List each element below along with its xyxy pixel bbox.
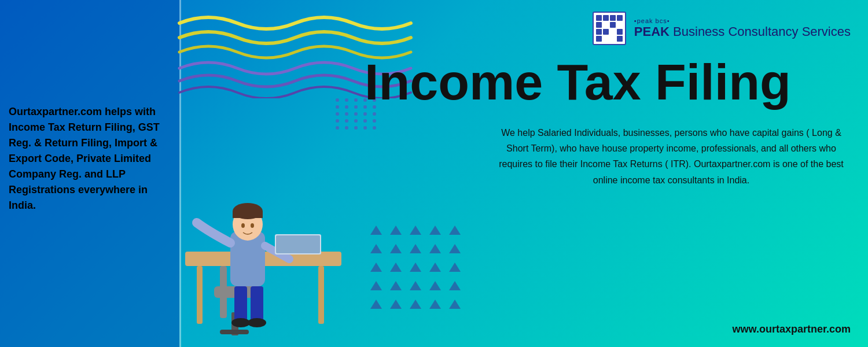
banner: Ourtaxpartner.com helps with Income Tax … bbox=[0, 0, 868, 347]
svg-rect-4 bbox=[220, 330, 249, 334]
left-panel: Ourtaxpartner.com helps with Income Tax … bbox=[0, 0, 179, 347]
svg-rect-14 bbox=[276, 235, 320, 253]
person-illustration bbox=[168, 116, 365, 335]
main-heading: Income Tax Filing bbox=[365, 57, 851, 108]
brand-bold: PEAK bbox=[634, 24, 670, 39]
brand-header: •peak bcs• PEAK Business Consultancy Ser… bbox=[365, 12, 851, 45]
brand-name-group: •peak bcs• PEAK Business Consultancy Ser… bbox=[634, 17, 851, 39]
svg-point-18 bbox=[241, 223, 245, 228]
svg-rect-17 bbox=[233, 211, 263, 218]
svg-rect-7 bbox=[234, 286, 247, 321]
brand-rest: Business Consultancy Services bbox=[670, 24, 851, 39]
website-url: www.ourtaxpartner.com bbox=[733, 323, 851, 335]
brand-tagline: PEAK Business Consultancy Services bbox=[634, 24, 851, 39]
svg-point-9 bbox=[231, 318, 250, 327]
svg-rect-0 bbox=[197, 266, 203, 324]
logo bbox=[593, 12, 626, 45]
svg-rect-1 bbox=[318, 266, 324, 324]
svg-point-19 bbox=[251, 223, 254, 228]
svg-point-10 bbox=[248, 318, 266, 327]
right-panel: •peak bcs• PEAK Business Consultancy Ser… bbox=[347, 0, 868, 347]
brand-sub: •peak bcs• bbox=[634, 17, 670, 24]
svg-rect-8 bbox=[251, 286, 263, 321]
description-text: We help Salaried Individuals, businesses… bbox=[492, 125, 851, 188]
left-description: Ourtaxpartner.com helps with Income Tax … bbox=[9, 104, 168, 213]
